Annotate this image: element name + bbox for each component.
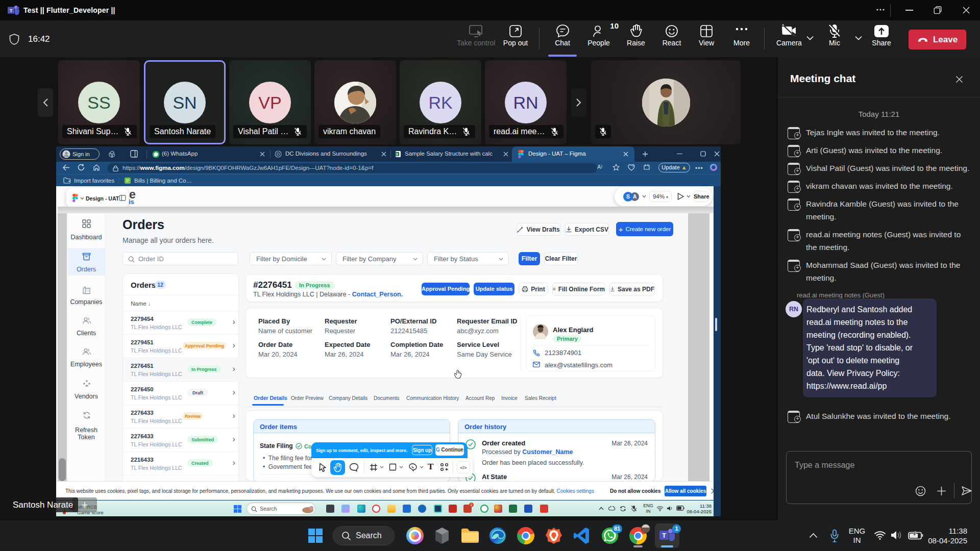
svg-text:X: X xyxy=(396,153,399,156)
svg-text:T: T xyxy=(10,8,13,13)
svg-text:T: T xyxy=(662,532,666,539)
